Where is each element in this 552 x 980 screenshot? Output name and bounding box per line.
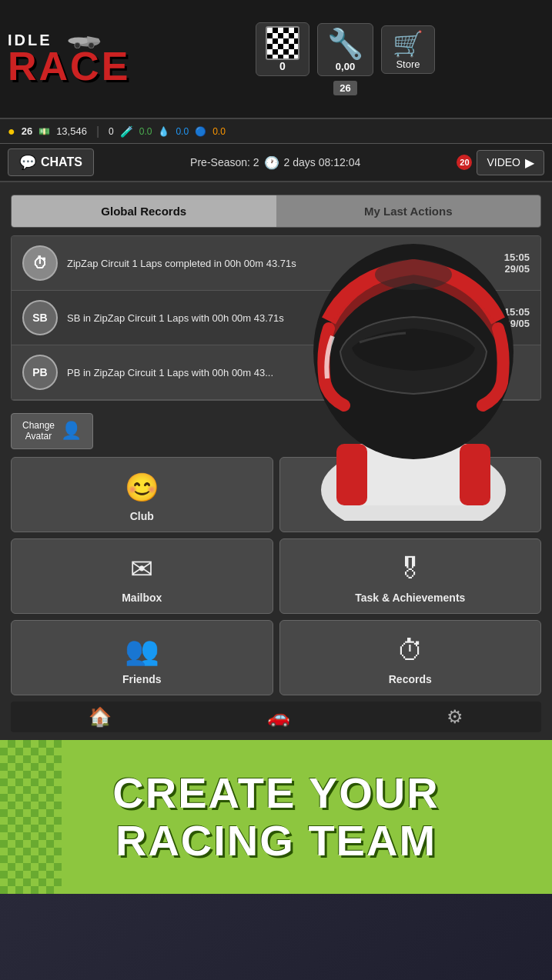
video-label: VIDEO [487, 156, 520, 168]
res2-icon: 💧 [158, 126, 169, 137]
records-label: Records [389, 673, 432, 685]
friends-button[interactable]: 👥 Friends [11, 620, 273, 695]
change-avatar-button[interactable]: ChangeAvatar 👤 [11, 413, 93, 449]
sep1: | [96, 125, 99, 138]
tab-global-records[interactable]: Global Records [12, 195, 276, 227]
notification-count: 20 [460, 158, 469, 167]
records-icon: ⏱ [396, 635, 424, 667]
flag-icon [266, 26, 299, 60]
friends-icon: 👥 [125, 635, 159, 667]
friends-label: Friends [122, 673, 162, 685]
logo-race: RACE [8, 46, 130, 86]
club-icon: 😊 [125, 472, 159, 504]
record-badge-1: ⏱ [22, 245, 58, 281]
club-button[interactable]: 😊 Club [11, 457, 273, 532]
record-text-2: SB in ZipZap Circuit 1 Laps with 00h 00m… [67, 312, 495, 324]
mailbox-icon: ✉ [130, 553, 153, 585]
nav-home-button[interactable]: 🏠 [89, 706, 112, 728]
flag-count: 26 [333, 81, 356, 95]
record-item: SB SB in ZipZap Circuit 1 Laps with 00h … [12, 291, 540, 345]
tabs-container: Global Records My Last Actions [11, 195, 541, 228]
chats-label: CHATS [41, 155, 82, 169]
res4-value: 0.0 [212, 126, 226, 137]
svg-marker-4 [87, 36, 100, 42]
record-item: PB PB in ZipZap Circuit 1 Laps with 00h … [12, 345, 540, 400]
res3-icon: 🔵 [195, 126, 206, 137]
chat-bubble-icon: 💬 [19, 154, 36, 171]
flag-resource[interactable]: 0 [256, 22, 309, 76]
tasks-label: Task & Achievements [355, 592, 465, 604]
wrench-value: 0,00 [336, 61, 355, 72]
record-text-1: ZipZap Circuit 1 Laps completed in 00h 0… [67, 258, 495, 269]
coin-icon: ● [8, 125, 15, 138]
records-button[interactable]: ⏱ Records [279, 620, 542, 695]
nav-settings-button[interactable]: ⚙ [447, 706, 463, 728]
cta-line2: RACING TEAM [112, 817, 439, 865]
nav-bar: 💬 CHATS Pre-Season: 2 🕐 2 days 08:12:04 … [0, 144, 552, 182]
club-label: Club [130, 510, 154, 522]
change-avatar-label: ChangeAvatar [22, 420, 55, 442]
bottom-buttons: ChangeAvatar 👤 😊 Club 🏆 Karts [11, 413, 541, 732]
res3-value: 0.0 [176, 126, 189, 137]
mailbox-label: Mailbox [122, 592, 162, 604]
resource-bar: ● 26 💵 13,546 | 0 🧪 0.0 💧 0.0 🔵 0.0 [0, 119, 552, 144]
mailbox-button[interactable]: ✉ Mailbox [11, 538, 273, 614]
res2-value: 0.0 [139, 126, 152, 137]
nav-car-button[interactable]: 🚗 [267, 706, 290, 728]
record-text-3: PB in ZipZap Circuit 1 Laps with 00h 00m… [67, 367, 520, 378]
cash-value: 13,546 [56, 125, 87, 137]
records-list: ⏱ ZipZap Circuit 1 Laps completed in 00h… [11, 235, 541, 401]
notification-badge: 20 [457, 155, 472, 170]
timer-label: 2 days 08:12:04 [284, 156, 361, 168]
season-info: Pre-Season: 2 🕐 2 days 08:12:04 [94, 155, 457, 170]
avatar-icon: 👤 [61, 421, 82, 441]
chats-button[interactable]: 💬 CHATS [8, 148, 94, 176]
store-label: Store [396, 58, 420, 70]
cta-line1: CREATE YOUR [112, 769, 439, 817]
store-button[interactable]: 🛒 Store [381, 25, 435, 74]
checkerboard-pattern [0, 740, 62, 894]
play-icon: ▶ [525, 155, 534, 170]
coins-value: 26 [22, 125, 32, 137]
logo-area: IDLE RACE [8, 32, 146, 86]
cash-icon: 💵 [38, 126, 50, 137]
bottom-cta: CREATE YOUR RACING TEAM [0, 740, 552, 894]
res1-icon: 🧪 [120, 125, 133, 138]
video-button[interactable]: VIDEO ▶ [477, 150, 544, 175]
top-header: IDLE RACE 0 [0, 0, 552, 119]
record-time-2: 15:0529/05 [504, 306, 530, 329]
season-label: Pre-Season: 2 [190, 156, 259, 168]
karts-button[interactable]: 🏆 Karts [279, 457, 542, 532]
res1-value: 0 [109, 126, 114, 137]
record-badge-2: SB [22, 300, 58, 335]
record-time-1: 15:0529/05 [504, 252, 530, 275]
menu-grid: 😊 Club 🏆 Karts ✉ Mailbox 🎖 [11, 457, 541, 695]
season-clock-icon: 🕐 [264, 155, 279, 170]
tab-my-last-actions[interactable]: My Last Actions [276, 195, 541, 227]
wrench-resource[interactable]: 🔧 0,00 [317, 23, 373, 76]
wrench-icon: 🔧 [327, 27, 363, 61]
record-badge-3: PB [22, 355, 58, 390]
bottom-nav: 🏠 🚗 ⚙ [11, 702, 541, 732]
record-item: ⏱ ZipZap Circuit 1 Laps completed in 00h… [12, 236, 540, 291]
cart-icon: 🛒 [393, 29, 423, 58]
karts-label: Karts [396, 510, 424, 522]
tasks-button[interactable]: 🎖 Task & Achievements [279, 538, 542, 614]
flag-value: 0 [279, 60, 286, 72]
karts-icon: 🏆 [393, 472, 427, 504]
tasks-icon: 🎖 [396, 553, 424, 585]
